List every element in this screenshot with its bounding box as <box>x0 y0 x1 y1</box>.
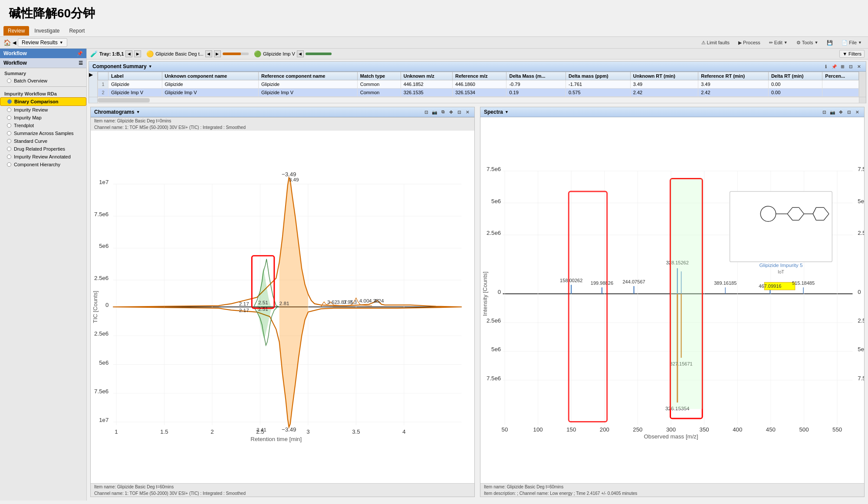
bullet-icon <box>7 162 11 167</box>
col-delta-rt[interactable]: Delta RT (min) <box>768 72 822 80</box>
spectra-chart-body[interactable]: 7.5e6 5e6 2.5e6 0 2.5e6 5e6 7.5e6 7.5e6 … <box>480 117 864 483</box>
svg-text:7.5e6: 7.5e6 <box>487 166 501 172</box>
col-reference-rt[interactable]: Reference RT (min) <box>698 72 769 80</box>
sidebar-item-impurity-review[interactable]: Impurity Review <box>0 106 86 114</box>
sidebar-item-binary-comparison[interactable]: Binary Comparison <box>0 97 86 106</box>
tray-next-btn[interactable]: ▶ <box>134 50 141 57</box>
spectra-camera-icon[interactable]: 📷 <box>829 109 836 115</box>
col-match-type[interactable]: Match type <box>357 72 401 80</box>
col-label[interactable]: Label <box>108 72 162 80</box>
sidebar-section-impurity: Impurity Workflow RDa <box>0 89 86 97</box>
cell-reference: Glipizide Imp V <box>259 89 358 97</box>
table-row[interactable]: 1 Glipizide Glipizide Glipizide Common 4… <box>98 80 859 89</box>
spectra-close-icon[interactable]: ✕ <box>854 109 861 115</box>
col-reference-mz[interactable]: Reference m/z <box>453 72 506 80</box>
file-btn[interactable]: 📄 File ▼ <box>839 39 865 46</box>
sidebar-item-summarize[interactable]: Summarize Across Samples <box>0 129 86 137</box>
tray-prev-btn[interactable]: ◀ <box>125 50 132 57</box>
sidebar-pin-icon[interactable]: 📌 <box>77 51 83 56</box>
filters-btn[interactable]: ▼ Filters <box>839 50 865 58</box>
tab-investigate[interactable]: Investigate <box>30 26 64 36</box>
limit-faults-btn[interactable]: ⚠ Limit faults <box>699 39 733 46</box>
row-header[interactable]: ▶ <box>89 72 98 97</box>
chrom-camera-icon[interactable]: 📷 <box>431 109 438 115</box>
sidebar-item-component-hierarchy[interactable]: Component Hierarchy <box>0 161 86 168</box>
sidebar-item-trendplot[interactable]: Trendplot <box>0 122 86 129</box>
chrom-chart-body[interactable]: 1e7 7.5e6 5e6 2.5e6 0 2.5e6 5e6 7.5e6 1e… <box>91 131 474 483</box>
breadcrumb-btn[interactable]: Review Results ▼ <box>18 38 67 47</box>
edit-dropdown-icon: ▼ <box>784 40 788 45</box>
svg-rect-119 <box>671 294 703 409</box>
save-btn[interactable]: 💾 <box>824 39 835 46</box>
col-unknown-component[interactable]: Unknown component name <box>162 72 258 80</box>
sidebar-item-drug-related[interactable]: Drug Related Properties <box>0 145 86 153</box>
col-percent[interactable]: Percen... <box>822 72 859 80</box>
sidebar-item-impurity-map[interactable]: Impurity Map <box>0 114 86 122</box>
chrom-close-icon[interactable]: ✕ <box>464 109 471 115</box>
svg-text:7.5e6: 7.5e6 <box>487 375 501 382</box>
pin-icon[interactable]: 📌 <box>831 63 838 70</box>
col-reference-component[interactable]: Reference component name <box>259 72 358 80</box>
breadcrumb-dropdown-icon: ▼ <box>59 40 63 45</box>
chrom-move-icon[interactable]: ✥ <box>447 109 454 115</box>
sample2-label: Glipizide Imp V <box>263 51 295 56</box>
table-row[interactable]: 2 Glipizide Imp V Glipizide Imp V Glipiz… <box>98 89 859 97</box>
tab-review[interactable]: Review <box>3 26 29 36</box>
chrom-dropdown-icon[interactable]: ▼ <box>136 110 140 114</box>
col-unknown-mz[interactable]: Unknown m/z <box>401 72 452 80</box>
info-icon[interactable]: ℹ <box>822 63 829 70</box>
cell-delta-ppm: -1.761 <box>566 80 631 89</box>
tools-btn[interactable]: ⚙ Tools ▼ <box>794 39 821 46</box>
svg-text:Glipizide Impurity 5: Glipizide Impurity 5 <box>759 262 802 268</box>
spectra-expand-icon[interactable]: ⊡ <box>821 109 828 115</box>
svg-text:5e6: 5e6 <box>858 346 864 352</box>
sample1-next-btn[interactable]: ▶ <box>214 50 221 57</box>
svg-text:2.5e6: 2.5e6 <box>487 317 501 324</box>
chrom-header-icons: ⊡ 📷 ⧉ ✥ ⊡ ✕ <box>423 109 471 115</box>
col-delta-mass[interactable]: Delta Mass (m... <box>506 72 566 80</box>
cell-ref-mz: 446.1860 <box>453 80 506 89</box>
svg-text:0: 0 <box>858 289 861 295</box>
chrom-expand-icon[interactable]: ⊡ <box>423 109 430 115</box>
chrom-copy-icon[interactable]: ⧉ <box>439 109 446 115</box>
spectra-channel-text: Item description: ; Channel name: Low en… <box>484 491 637 496</box>
cell-unknown: Glipizide Imp V <box>162 89 258 97</box>
svg-text:7.5e6: 7.5e6 <box>94 211 108 217</box>
process-btn[interactable]: ▶ Process <box>736 39 763 46</box>
svg-text:5e6: 5e6 <box>99 359 108 366</box>
tab-report[interactable]: Report <box>65 26 89 36</box>
svg-text:2.5e6: 2.5e6 <box>487 230 501 236</box>
component-summary-title: Component Summary <box>92 63 147 69</box>
back-icon[interactable]: ◀ <box>13 40 16 46</box>
col-unknown-rt[interactable]: Unknown RT (min) <box>630 72 698 80</box>
grid-icon[interactable]: ⊞ <box>839 63 846 70</box>
svg-text:0: 0 <box>105 302 108 308</box>
maximize-icon[interactable]: ⊡ <box>847 63 854 70</box>
sidebar-label: Batch Overview <box>14 78 47 83</box>
spectra-svg: 7.5e6 5e6 2.5e6 0 2.5e6 5e6 7.5e6 7.5e6 … <box>480 117 864 483</box>
spectra-dropdown-icon[interactable]: ▼ <box>505 110 509 114</box>
chrom-max-icon[interactable]: ⊡ <box>456 109 463 115</box>
spectra-move-icon[interactable]: ✥ <box>837 109 844 115</box>
svg-text:150: 150 <box>566 426 576 433</box>
nav-bar: Review Investigate Report <box>0 25 868 37</box>
sample2-prev-btn[interactable]: ◀ <box>297 50 304 57</box>
header-dropdown-icon[interactable]: ▼ <box>148 64 152 69</box>
spectra-header: Spectra ▼ ⊡ 📷 ✥ ⊡ ✕ <box>480 107 864 117</box>
sidebar-item-standard-curve[interactable]: Standard Curve <box>0 137 86 145</box>
sidebar-label: Trendplot <box>14 123 34 128</box>
cell-unk-rt: 2.42 <box>630 89 698 97</box>
edit-btn[interactable]: ✏ Edit ▼ <box>766 39 790 46</box>
sidebar-item-impurity-annotated[interactable]: Impurity Review Annotated <box>0 153 86 161</box>
col-delta-ppm[interactable]: Delta mass (ppm) <box>566 72 631 80</box>
svg-text:1: 1 <box>115 428 118 435</box>
spectra-max-icon[interactable]: ⊡ <box>845 109 852 115</box>
sidebar-item-batch-overview[interactable]: Batch Overview <box>0 77 86 85</box>
close-icon[interactable]: ✕ <box>855 63 862 70</box>
cell-ref-rt: 3.49 <box>698 80 769 89</box>
table-scrollbar[interactable] <box>859 72 866 97</box>
sidebar-menu-icon[interactable]: ☰ <box>79 60 83 66</box>
sidebar-label: Summarize Across Samples <box>14 131 74 136</box>
home-icon[interactable]: 🏠 <box>3 39 11 46</box>
sample1-prev-btn[interactable]: ◀ <box>205 50 212 57</box>
